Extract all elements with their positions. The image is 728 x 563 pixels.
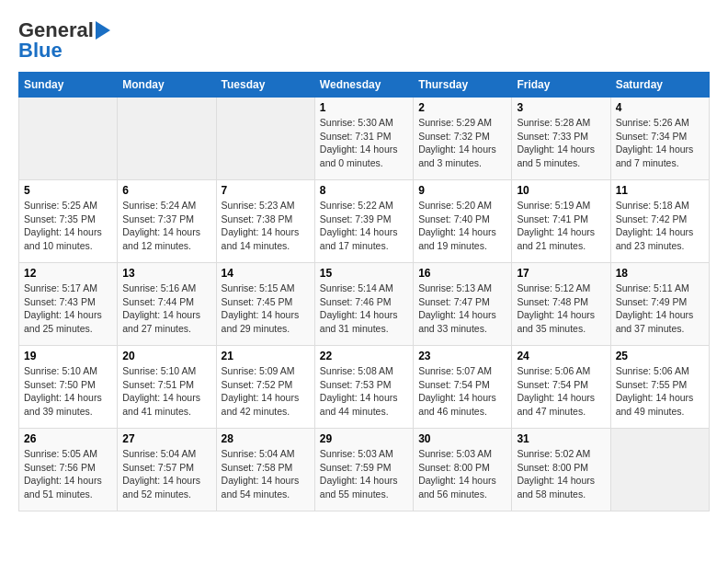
logo-blue: Blue [18, 39, 63, 63]
day-number: 2 [418, 101, 506, 114]
day-number: 22 [320, 350, 408, 362]
day-info: Sunrise: 5:09 AM Sunset: 7:52 PM Dayligh… [222, 365, 300, 417]
day-info: Sunrise: 5:07 AM Sunset: 7:54 PM Dayligh… [418, 365, 496, 417]
calendar-cell [216, 98, 314, 180]
day-info: Sunrise: 5:29 AM Sunset: 7:32 PM Dayligh… [418, 117, 496, 168]
col-header-friday: Friday [512, 73, 610, 98]
calendar-week-row: 1Sunrise: 5:30 AM Sunset: 7:31 PM Daylig… [19, 98, 710, 180]
calendar-cell: 21Sunrise: 5:09 AM Sunset: 7:52 PM Dayli… [216, 346, 314, 429]
col-header-sunday: Sunday [19, 73, 118, 98]
day-number: 1 [320, 101, 408, 114]
day-info: Sunrise: 5:06 AM Sunset: 7:54 PM Dayligh… [517, 365, 595, 417]
day-number: 28 [222, 432, 310, 445]
day-info: Sunrise: 5:03 AM Sunset: 8:00 PM Dayligh… [418, 448, 496, 500]
calendar-cell [19, 98, 118, 180]
day-number: 25 [616, 350, 704, 362]
day-number: 20 [122, 350, 210, 362]
calendar-cell: 25Sunrise: 5:06 AM Sunset: 7:55 PM Dayli… [610, 346, 709, 429]
calendar-cell: 20Sunrise: 5:10 AM Sunset: 7:51 PM Dayli… [118, 346, 216, 429]
day-info: Sunrise: 5:06 AM Sunset: 7:55 PM Dayligh… [616, 365, 694, 417]
day-number: 29 [320, 432, 408, 445]
day-number: 15 [320, 267, 408, 280]
calendar-cell: 7Sunrise: 5:23 AM Sunset: 7:38 PM Daylig… [216, 180, 314, 263]
logo: General Blue [18, 18, 110, 63]
day-number: 19 [24, 350, 112, 362]
calendar-cell: 2Sunrise: 5:29 AM Sunset: 7:32 PM Daylig… [414, 98, 512, 180]
day-number: 11 [616, 184, 704, 197]
day-number: 10 [517, 184, 605, 197]
day-info: Sunrise: 5:13 AM Sunset: 7:47 PM Dayligh… [418, 282, 496, 334]
day-number: 23 [418, 350, 506, 362]
day-info: Sunrise: 5:15 AM Sunset: 7:45 PM Dayligh… [222, 282, 300, 334]
calendar-week-row: 19Sunrise: 5:10 AM Sunset: 7:50 PM Dayli… [19, 346, 710, 429]
calendar-cell: 9Sunrise: 5:20 AM Sunset: 7:40 PM Daylig… [414, 180, 512, 263]
calendar-cell: 30Sunrise: 5:03 AM Sunset: 8:00 PM Dayli… [414, 429, 512, 511]
day-info: Sunrise: 5:17 AM Sunset: 7:43 PM Dayligh… [24, 282, 102, 334]
day-number: 16 [418, 267, 506, 280]
day-info: Sunrise: 5:11 AM Sunset: 7:49 PM Dayligh… [616, 282, 694, 334]
calendar-cell: 17Sunrise: 5:12 AM Sunset: 7:48 PM Dayli… [512, 263, 610, 346]
calendar-cell: 18Sunrise: 5:11 AM Sunset: 7:49 PM Dayli… [610, 263, 709, 346]
calendar-cell: 15Sunrise: 5:14 AM Sunset: 7:46 PM Dayli… [314, 263, 413, 346]
calendar-cell: 1Sunrise: 5:30 AM Sunset: 7:31 PM Daylig… [314, 98, 413, 180]
day-number: 27 [122, 432, 210, 445]
calendar-cell: 8Sunrise: 5:22 AM Sunset: 7:39 PM Daylig… [314, 180, 413, 263]
day-number: 13 [122, 267, 210, 280]
day-number: 5 [24, 184, 112, 197]
calendar-cell: 11Sunrise: 5:18 AM Sunset: 7:42 PM Dayli… [610, 180, 709, 263]
calendar-cell: 14Sunrise: 5:15 AM Sunset: 7:45 PM Dayli… [216, 263, 314, 346]
day-number: 7 [222, 184, 310, 197]
day-number: 3 [517, 101, 605, 114]
calendar-cell: 4Sunrise: 5:26 AM Sunset: 7:34 PM Daylig… [610, 98, 709, 180]
calendar-cell: 23Sunrise: 5:07 AM Sunset: 7:54 PM Dayli… [414, 346, 512, 429]
calendar-cell: 31Sunrise: 5:02 AM Sunset: 8:00 PM Dayli… [512, 429, 610, 511]
calendar-week-row: 26Sunrise: 5:05 AM Sunset: 7:56 PM Dayli… [19, 429, 710, 511]
calendar-table: SundayMondayTuesdayWednesdayThursdayFrid… [18, 72, 710, 511]
col-header-saturday: Saturday [610, 73, 709, 98]
day-info: Sunrise: 5:12 AM Sunset: 7:48 PM Dayligh… [517, 282, 595, 334]
day-info: Sunrise: 5:02 AM Sunset: 8:00 PM Dayligh… [517, 448, 595, 500]
calendar-cell: 13Sunrise: 5:16 AM Sunset: 7:44 PM Dayli… [118, 263, 216, 346]
calendar-header-row: SundayMondayTuesdayWednesdayThursdayFrid… [19, 73, 710, 98]
day-info: Sunrise: 5:10 AM Sunset: 7:50 PM Dayligh… [24, 365, 102, 417]
header: General Blue [18, 18, 710, 63]
day-info: Sunrise: 5:03 AM Sunset: 7:59 PM Dayligh… [320, 448, 398, 500]
logo-arrow-icon [96, 21, 110, 40]
calendar-cell: 27Sunrise: 5:04 AM Sunset: 7:57 PM Dayli… [118, 429, 216, 511]
day-number: 9 [418, 184, 506, 197]
calendar-cell: 22Sunrise: 5:08 AM Sunset: 7:53 PM Dayli… [314, 346, 413, 429]
col-header-tuesday: Tuesday [216, 73, 314, 98]
calendar-cell: 3Sunrise: 5:28 AM Sunset: 7:33 PM Daylig… [512, 98, 610, 180]
day-info: Sunrise: 5:24 AM Sunset: 7:37 PM Dayligh… [122, 200, 200, 251]
day-info: Sunrise: 5:26 AM Sunset: 7:34 PM Dayligh… [616, 117, 694, 168]
calendar-cell: 26Sunrise: 5:05 AM Sunset: 7:56 PM Dayli… [19, 429, 118, 511]
col-header-wednesday: Wednesday [314, 73, 413, 98]
calendar-cell: 5Sunrise: 5:25 AM Sunset: 7:35 PM Daylig… [19, 180, 118, 263]
day-info: Sunrise: 5:04 AM Sunset: 7:58 PM Dayligh… [222, 448, 300, 500]
day-info: Sunrise: 5:14 AM Sunset: 7:46 PM Dayligh… [320, 282, 398, 334]
calendar-cell: 28Sunrise: 5:04 AM Sunset: 7:58 PM Dayli… [216, 429, 314, 511]
day-number: 31 [517, 432, 605, 445]
day-info: Sunrise: 5:25 AM Sunset: 7:35 PM Dayligh… [24, 200, 102, 251]
calendar-cell: 29Sunrise: 5:03 AM Sunset: 7:59 PM Dayli… [314, 429, 413, 511]
calendar-cell: 19Sunrise: 5:10 AM Sunset: 7:50 PM Dayli… [19, 346, 118, 429]
calendar-cell: 24Sunrise: 5:06 AM Sunset: 7:54 PM Dayli… [512, 346, 610, 429]
day-number: 17 [517, 267, 605, 280]
day-info: Sunrise: 5:05 AM Sunset: 7:56 PM Dayligh… [24, 448, 102, 500]
day-info: Sunrise: 5:28 AM Sunset: 7:33 PM Dayligh… [517, 117, 595, 168]
day-number: 12 [24, 267, 112, 280]
day-info: Sunrise: 5:30 AM Sunset: 7:31 PM Dayligh… [320, 117, 398, 168]
calendar-cell: 12Sunrise: 5:17 AM Sunset: 7:43 PM Dayli… [19, 263, 118, 346]
day-info: Sunrise: 5:10 AM Sunset: 7:51 PM Dayligh… [122, 365, 200, 417]
day-number: 4 [616, 101, 704, 114]
calendar-cell [610, 429, 709, 511]
day-info: Sunrise: 5:20 AM Sunset: 7:40 PM Dayligh… [418, 200, 496, 251]
col-header-thursday: Thursday [414, 73, 512, 98]
day-info: Sunrise: 5:23 AM Sunset: 7:38 PM Dayligh… [222, 200, 300, 251]
day-number: 24 [517, 350, 605, 362]
calendar-week-row: 12Sunrise: 5:17 AM Sunset: 7:43 PM Dayli… [19, 263, 710, 346]
calendar-cell: 6Sunrise: 5:24 AM Sunset: 7:37 PM Daylig… [118, 180, 216, 263]
calendar-cell: 10Sunrise: 5:19 AM Sunset: 7:41 PM Dayli… [512, 180, 610, 263]
day-info: Sunrise: 5:22 AM Sunset: 7:39 PM Dayligh… [320, 200, 398, 251]
day-info: Sunrise: 5:08 AM Sunset: 7:53 PM Dayligh… [320, 365, 398, 417]
